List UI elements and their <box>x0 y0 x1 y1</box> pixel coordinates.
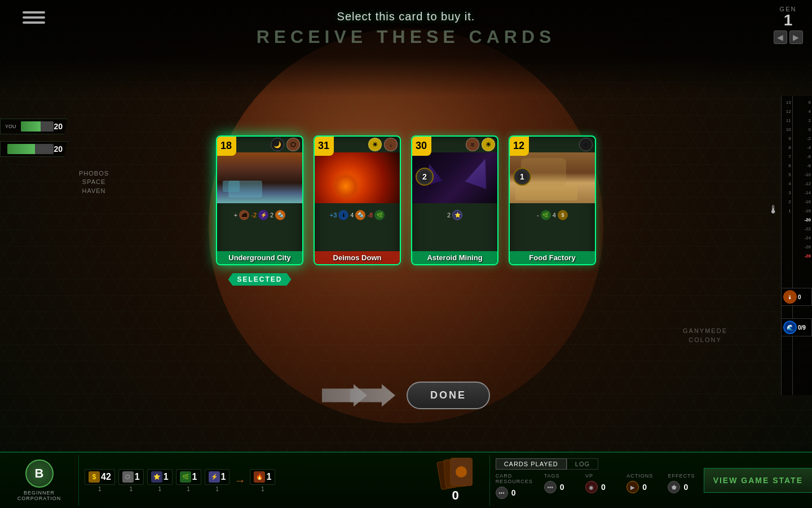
resources-row: $ 42 1 ⬡ 1 1 ⭐ 1 1 🌿 1 <box>79 469 422 492</box>
card-image-1 <box>315 152 400 203</box>
card-effects-2: 2 ⭐ <box>412 203 497 226</box>
temp-n20: -20 <box>794 216 811 225</box>
effect-steel2-icon: 🔩 <box>355 210 365 220</box>
bottom-bar: B BEGINNERCORPORATION $ 42 1 ⬡ 1 1 ⭐ 1 <box>0 452 812 508</box>
info-stats-row: CARD RESOURCES ••• 0 TAGS ••• 0 VP ◉ 0 <box>496 473 698 499</box>
card-underground-city[interactable]: 18 🌙 ⬡ Underground City + 🏙 -2 ⚡ 2 🔩 <box>216 135 303 265</box>
energy-icon: ⚡ <box>209 471 220 483</box>
temp-n18: -18 <box>794 207 811 216</box>
effect-minus-energy: -2 <box>251 212 257 218</box>
gen-prev-button[interactable]: ◀ <box>774 30 787 44</box>
card-asteroid-mining[interactable]: 30 ≡ ☀ 2 Asteroid Mining 2 ⭐ <box>411 135 498 265</box>
card-name-1: Deimos Down <box>315 251 400 264</box>
temp-param-icon: 🌡 <box>783 290 797 304</box>
view-game-state-label: VIEW GAME STATE <box>713 476 803 485</box>
tags-icon: ••• <box>544 481 557 493</box>
o2-13: 13 <box>783 98 791 107</box>
card-icon-brown: ⬡ <box>286 138 300 151</box>
credits-bar-fill <box>7 144 35 154</box>
steel-prod: 1 <box>129 486 133 492</box>
oxygen-scale: 13 12 11 10 9 8 7 6 5 4 3 2 1 <box>782 96 793 395</box>
megacredits-value: 42 <box>101 472 111 482</box>
heat-prod: 1 <box>261 486 264 492</box>
temp-n12: -12 <box>794 179 811 189</box>
card-effects-1: +3 🌡 4 🔩 -8 🌿 <box>315 203 400 226</box>
temp-n16: -16 <box>794 198 811 207</box>
view-game-state-button[interactable]: VIEW GAME STATE <box>704 468 812 493</box>
card-resources-value: 0 <box>511 488 516 497</box>
resource-energy: ⚡ 1 1 <box>205 469 230 492</box>
card-icon-sun2: ☀ <box>482 138 495 151</box>
card-icons-top-1: ☀ ↓ <box>368 138 398 151</box>
stat-effects: EFFECTS ⬟ 0 <box>668 473 698 499</box>
ocean-param: 🌊 0/9 <box>781 318 812 336</box>
energy-prod: 1 <box>215 486 219 492</box>
effect-plant-icon: 🌿 <box>374 210 385 220</box>
bottom-actions: DONE <box>322 382 490 409</box>
done-button[interactable]: DONE <box>407 382 490 409</box>
cards-info-panel: CARDS PLAYED LOG CARD RESOURCES ••• 0 TA… <box>489 455 704 506</box>
card-image-0 <box>217 152 302 203</box>
effect-steel-icon: 🔩 <box>275 210 285 220</box>
menu-button[interactable] <box>23 11 45 24</box>
tab-log[interactable]: LOG <box>567 458 598 470</box>
o2-8: 8 <box>783 143 791 152</box>
param-bars: 🌡 0 🌊 0/9 <box>781 288 812 336</box>
effect-titanium-val: 2 <box>447 212 451 218</box>
resource-main-titanium: ⭐ 1 <box>147 469 173 485</box>
effect-steel-val: 2 <box>270 212 273 218</box>
temp-0: 0 <box>794 125 811 134</box>
resource-main-energy: ⚡ 1 <box>205 469 230 485</box>
o2-4: 4 <box>783 179 791 189</box>
temp-param-value: 0 <box>798 294 801 300</box>
effect-temp-icon: 🌡 <box>338 210 348 220</box>
heat-icon: 🔥 <box>254 471 265 483</box>
titanium-prod: 1 <box>158 486 161 492</box>
o2-5: 5 <box>783 170 791 179</box>
select-prompt: Select this card to buy it. <box>337 10 475 23</box>
menu-line-1 <box>23 11 45 14</box>
actions-value: 0 <box>642 483 647 492</box>
card-icon-dark: ○ <box>579 138 593 151</box>
ganymede-label: GANYMEDECOLONY <box>683 327 727 344</box>
vp-value: 0 <box>601 483 606 492</box>
tab-cards-played[interactable]: CARDS PLAYED <box>496 458 567 470</box>
card-cost-2: 30 <box>411 135 431 156</box>
gen-value: 1 <box>770 12 806 28</box>
location-label: PHOBOSSPACEHAVEN <box>79 169 109 195</box>
steel-value: 1 <box>135 472 140 482</box>
temp-n14: -14 <box>794 189 811 198</box>
temp-n6: -6 <box>794 152 811 161</box>
deck-count: 0 <box>452 488 459 503</box>
player-credits-stat: 20 <box>0 141 68 157</box>
effect-credits-icon: $ <box>558 210 568 220</box>
cards-area: 18 🌙 ⬡ Underground City + 🏙 -2 ⚡ 2 🔩 SEL… <box>216 135 596 265</box>
resource-plants: 🌿 1 1 <box>176 469 201 492</box>
card-badge-2: 2 <box>416 168 434 186</box>
effect-plant-minus: -8 <box>367 212 373 218</box>
credits-bar <box>7 144 54 154</box>
resource-titanium: ⭐ 1 1 <box>147 469 173 492</box>
temp-n8: -8 <box>794 161 811 170</box>
card-food-factory[interactable]: 12 ○ 1 Food Factory - 🌿 4 $ <box>509 135 596 265</box>
o2-10: 10 <box>783 125 791 134</box>
tags-value: 0 <box>560 483 564 492</box>
effects-value: 0 <box>683 483 688 492</box>
titanium-icon: ⭐ <box>151 471 162 483</box>
temperature-scale: 6 4 2 0 -2 -4 -6 -8 -10 -12 -14 -16 -18 … <box>793 96 812 395</box>
card-deimos-down[interactable]: 31 ☀ ↓ Deimos Down +3 🌡 4 🔩 -8 🌿 <box>314 135 401 265</box>
o2-1: 1 <box>783 207 791 216</box>
right-scale-panel: 13 12 11 10 9 8 7 6 5 4 3 2 1 6 4 2 0 -2… <box>781 96 812 395</box>
temp-n26: -26 <box>794 243 811 252</box>
card-icons-top-3: ○ <box>579 138 593 151</box>
o2-2: 2 <box>783 198 791 207</box>
gen-next-button[interactable]: ▶ <box>789 30 803 44</box>
megacredits-prod: 1 <box>98 486 102 492</box>
menu-line-3 <box>23 21 45 24</box>
o2-12: 12 <box>783 107 791 116</box>
card-deck: 0 <box>422 458 489 503</box>
stat-tags-label: TAGS <box>544 473 560 479</box>
o2-3: 3 <box>783 189 791 198</box>
effect-minus-plant: - <box>537 212 539 218</box>
info-tabs: CARDS PLAYED LOG <box>496 458 698 470</box>
